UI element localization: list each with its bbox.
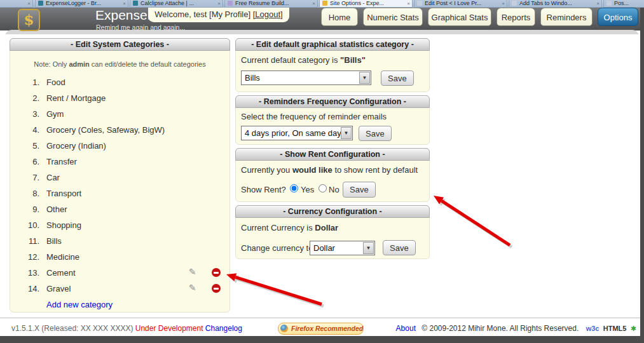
tab-favicon-icon [322, 1, 327, 6]
browser-tab[interactable]: Edit Post < I Love Pr...× [414, 0, 507, 8]
browser-tab[interactable]: Calclipse Attache | ...× [130, 0, 223, 8]
add-new-category-link[interactable]: Add new category [46, 300, 230, 309]
firefox-icon [280, 325, 288, 332]
graph-default-select[interactable]: Bills ▼ [241, 71, 371, 85]
tab-title: Add Tabs to Windo... [519, 0, 572, 6]
reminders-frequency-panel: - Reminders Frequency Configuration - Se… [235, 95, 430, 145]
category-number: 2. [10, 93, 39, 103]
category-number: 7. [10, 173, 39, 182]
category-number: 3. [10, 109, 39, 119]
rent-save-button[interactable]: Save [343, 182, 376, 198]
category-row: 14.Gravel✎ [10, 281, 230, 297]
logout-link[interactable]: [Logout] [253, 10, 283, 19]
currency-text: Current Currency is Dollar [241, 223, 338, 232]
tab-graphical-stats[interactable]: Graphical Stats [428, 8, 491, 26]
tab-close-icon[interactable]: × [312, 1, 315, 6]
tab-favicon-icon [606, 1, 612, 6]
category-number: 11. [10, 236, 39, 246]
tab-close-icon[interactable]: × [27, 1, 31, 6]
tab-title: ExpenseLogger - Br... [46, 0, 101, 6]
html5-badge: HTML5 [603, 325, 627, 332]
browser-tab[interactable]: ExpenseLogger - Br...× [35, 0, 128, 8]
browser-tab-strip: × ExpenseLogger - Br...×Calclipse Attach… [0, 0, 644, 8]
welcome-bar: Welcome, test [My Profile] [Logout] [148, 8, 289, 22]
category-row: 13.Cement✎ [10, 265, 230, 281]
rent-yes-label: Yes [301, 185, 314, 194]
footer-version: v1.5.1.X (Released: XX XXX XXXX) Under D… [11, 324, 242, 333]
delete-category-icon[interactable] [212, 268, 221, 277]
firefox-recommended-badge[interactable]: Firefox Recommended [278, 323, 364, 335]
tab-options[interactable]: Options [598, 8, 638, 26]
my-profile-link[interactable]: [My Profile] [209, 10, 250, 19]
category-row: 5.Grocery (Indian) [10, 138, 230, 154]
reminders-frequency-select[interactable]: 4 days prior, On same day ▼ [241, 126, 353, 140]
show-rent-text: Currently you would like to show rent by… [241, 165, 418, 175]
app-tagline: Remind me again and again... [96, 24, 185, 31]
graph-default-text: Current default category is "Bills" [241, 55, 366, 65]
category-label: Rent / Mortgage [46, 93, 106, 103]
categories-panel-title: - Edit System Categories - [10, 38, 230, 51]
rent-no-label: No [329, 185, 339, 194]
w3c-badge[interactable]: w3c [586, 325, 599, 332]
category-label: Food [46, 77, 65, 87]
currency-panel-title: - Currency Configuration - [235, 205, 430, 218]
tab-favicon-icon [38, 1, 43, 6]
browser-tab[interactable]: Add Tabs to Windo...× [509, 0, 602, 8]
about-link[interactable]: About [396, 324, 416, 333]
chevron-down-icon[interactable]: ▼ [363, 242, 374, 254]
under-development-label: Under Development [135, 324, 203, 333]
category-number: 8. [10, 189, 39, 198]
currency-select[interactable]: Dollar ▼ [310, 241, 375, 255]
browser-tab-partial[interactable]: × [0, 0, 33, 8]
category-row: 2.Rent / Mortgage [10, 90, 230, 106]
categories-list: 1.Food2.Rent / Mortgage3.Gym4.Grocery (C… [10, 74, 230, 309]
category-label: Gravel [46, 284, 71, 293]
category-label: Medicine [46, 252, 79, 262]
tab-numeric-stats[interactable]: Numeric Stats [363, 8, 423, 26]
browser-tab[interactable]: Pos...× [603, 0, 644, 8]
chevron-down-icon[interactable]: ▼ [359, 72, 370, 84]
rent-no-radio[interactable] [319, 184, 327, 192]
tab-reports[interactable]: Reports [497, 8, 535, 26]
delete-category-icon[interactable] [212, 284, 221, 293]
category-number: 10. [10, 220, 39, 230]
reminders-save-button[interactable]: Save [359, 126, 392, 141]
tab-title: Edit Post < I Love Pr... [425, 0, 481, 6]
graph-default-panel-title: - Edit default graphical statistics cate… [235, 38, 430, 51]
browser-tab[interactable]: Free Resume Build...× [224, 0, 318, 8]
category-label: Car [46, 173, 60, 182]
page-edge-bottom [0, 336, 644, 343]
category-number: 5. [10, 141, 39, 151]
tab-close-icon[interactable]: × [407, 1, 410, 6]
page-edge-right [640, 8, 644, 343]
graph-default-panel: - Edit default graphical statistics cate… [235, 38, 430, 92]
browser-tab[interactable]: Site Options - Expe...× [319, 0, 413, 8]
edit-category-icon[interactable]: ✎ [189, 267, 196, 277]
tab-favicon-icon [417, 1, 422, 6]
edit-category-icon[interactable]: ✎ [189, 283, 196, 293]
category-label: Transport [46, 189, 81, 198]
tab-title: Free Resume Build... [235, 0, 289, 6]
category-row: 11.Bills [10, 233, 230, 249]
changelog-link[interactable]: Changelog [205, 324, 242, 333]
category-row: 9.Other [10, 201, 230, 217]
tab-close-icon[interactable]: × [123, 1, 126, 6]
show-rent-panel: - Show Rent Configuration - Currently yo… [235, 148, 430, 202]
rent-yes-radio[interactable] [290, 184, 298, 192]
reminders-text: Select the frequency of reminder emails [241, 112, 387, 121]
category-label: Cement [46, 268, 76, 278]
tab-home[interactable]: Home [321, 8, 358, 26]
tab-close-icon[interactable]: × [502, 1, 505, 6]
category-label: Bills [46, 236, 62, 246]
tab-reminders[interactable]: Reminders [540, 8, 593, 26]
category-number: 4. [10, 125, 39, 135]
tab-close-icon[interactable]: × [596, 1, 599, 6]
currency-save-button[interactable]: Save [383, 240, 416, 255]
category-row: 12.Medicine [10, 249, 230, 265]
chevron-down-icon[interactable]: ▼ [341, 127, 352, 139]
graph-default-save-button[interactable]: Save [381, 71, 414, 86]
reminders-panel-title: - Reminders Frequency Configuration - [235, 95, 430, 108]
category-label: Grocery (Coles, Safeway, BigW) [46, 125, 165, 135]
tab-favicon-icon [228, 1, 233, 6]
tab-close-icon[interactable]: × [217, 1, 221, 6]
